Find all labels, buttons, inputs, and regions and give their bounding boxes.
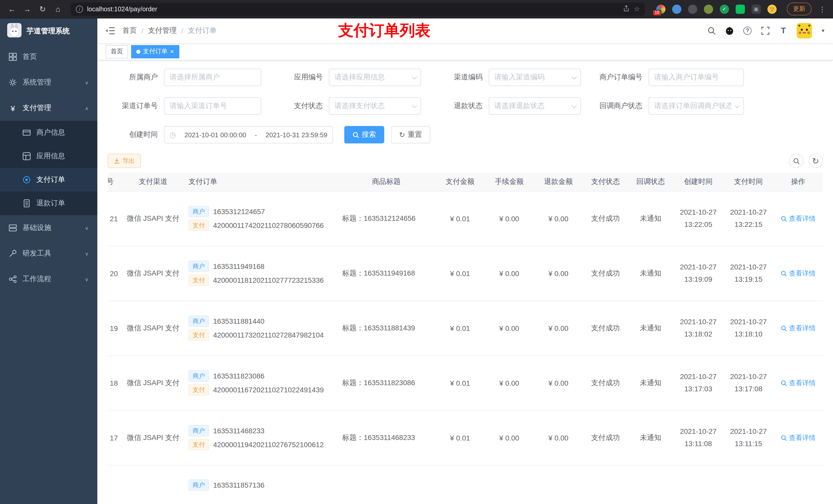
fee-amount: ¥ 0.00 [499, 324, 519, 332]
help-icon[interactable]: ? [743, 26, 752, 35]
gear-icon [9, 78, 17, 87]
github-icon[interactable] [725, 26, 734, 35]
pay-status-select[interactable]: 请选择支付状态 [329, 97, 421, 115]
site-info-icon[interactable]: i [76, 5, 83, 13]
extension-icon[interactable] [672, 4, 681, 14]
clock-icon: ◷ [170, 130, 176, 139]
sidebar-item-workflow[interactable]: 工作流程 ∨ [0, 266, 97, 292]
active-dot [136, 49, 140, 53]
extension-icon[interactable] [688, 4, 697, 14]
sidebar-item-system[interactable]: 系统管理 ∨ [0, 70, 97, 95]
table-row[interactable]: 20 微信 JSAPI 支付 商户 1635311949168 支付 42000… [108, 246, 823, 301]
col-amount: 支付金额 [435, 173, 485, 191]
sidebar-item-devtools[interactable]: 研发工具 ∨ [0, 241, 97, 266]
extension-icon[interactable] [704, 4, 713, 14]
tag-home[interactable]: 首页 [105, 45, 128, 58]
extensions-puzzle-icon[interactable]: ▣ [752, 4, 761, 14]
pay-status: 支付成功 [591, 269, 620, 277]
caret-down-icon[interactable]: ▼ [821, 28, 825, 33]
refund-status-select[interactable]: 请选择退款状态 [489, 97, 581, 115]
col-fee: 手续金额 [485, 173, 534, 191]
sidebar-item-home[interactable]: 首页 [0, 44, 97, 70]
create-date: 2021-10-27 [676, 316, 720, 328]
filter-row-2: 渠道订单号 请输入渠道订单号 支付状态 请选择支付状态 退款状态 [108, 97, 823, 115]
browser-menu-icon[interactable]: ⋮ [817, 5, 828, 13]
filter-app: 应用编号 请选择应用信息 [272, 69, 421, 86]
create-time: 13:18:02 [676, 328, 720, 340]
table-row[interactable]: 17 微信 JSAPI 支付 商户 1635311468233 支付 42000… [108, 410, 823, 465]
notify-status: 未通知 [640, 323, 661, 332]
create-time: 13:22:05 [676, 218, 720, 231]
sidebar-item-pay-order[interactable]: 支付订单 [0, 168, 97, 192]
search-icon[interactable] [707, 26, 716, 35]
chevron-down-icon: ∨ [85, 251, 89, 256]
extension-icon[interactable] [736, 4, 745, 14]
close-icon[interactable]: × [170, 48, 174, 55]
sidebar-fold-icon[interactable] [105, 26, 115, 36]
tag-pay-order[interactable]: 支付订单 × [131, 45, 179, 58]
breadcrumb-pay[interactable]: 支付管理 [148, 26, 177, 35]
filter-label: 渠道订单号 [108, 101, 164, 111]
forward-icon[interactable]: → [21, 5, 34, 13]
url-bar[interactable]: i localhost:1024/pay/order ☆ [71, 2, 645, 16]
logo-bar[interactable]: 芋道管理系统 [0, 19, 97, 44]
reload-icon[interactable]: ↻ [36, 4, 49, 14]
pay-date: 2021-10-27 [727, 316, 770, 328]
table-row[interactable]: 18 微信 JSAPI 支付 商户 1635311823086 支付 42000… [108, 356, 823, 410]
grid-icon [23, 152, 31, 160]
toggle-search-icon[interactable] [789, 154, 803, 168]
fullscreen-icon[interactable] [761, 26, 770, 35]
refund-amount: ¥ 0.00 [548, 269, 568, 278]
partial-tbody: 商户 1635311857136 [108, 465, 823, 504]
export-button[interactable]: 导出 [108, 154, 141, 168]
extension-icon[interactable]: 10 [656, 4, 665, 14]
font-size-icon[interactable]: T [779, 26, 788, 35]
sidebar-item-label: 基础设施 [23, 223, 51, 233]
reset-button[interactable]: ↻ 重置 [391, 126, 430, 143]
notify-status-select[interactable]: 请选择订单回调商户状态 [648, 97, 744, 115]
filter-label: 退款状态 [432, 101, 489, 111]
merchant-input[interactable]: 请选择所属商户 [164, 69, 261, 86]
app-select[interactable]: 请选择应用信息 [329, 69, 421, 86]
date-range-picker[interactable]: ◷ 2021-10-01 00:00:00 - 2021-10-31 23:59… [164, 126, 333, 143]
chevron-down-icon [735, 103, 740, 108]
breadcrumb-home[interactable]: 首页 [122, 26, 137, 35]
view-detail-link[interactable]: 查看详情 [781, 433, 815, 442]
create-time: 13:17:03 [676, 383, 720, 395]
view-detail-link[interactable]: 查看详情 [781, 269, 815, 278]
search-button[interactable]: 搜索 [344, 126, 384, 143]
user-avatar[interactable] [796, 23, 812, 39]
table-row[interactable]: 21 微信 JSAPI 支付 商户 1635312124657 支付 42000… [108, 191, 823, 246]
back-icon[interactable]: ← [5, 5, 19, 13]
profile-avatar-icon[interactable]: ツ [767, 4, 777, 14]
merchant-order-no-input[interactable]: 请输入商户订单编号 [648, 69, 744, 86]
channel-order-no-input[interactable]: 请输入渠道订单号 [164, 97, 261, 115]
pay-status: 支付成功 [591, 378, 620, 386]
sidebar-item-app-info[interactable]: 应用信息 [0, 144, 97, 168]
view-detail-label: 查看详情 [789, 433, 815, 442]
date-separator: - [255, 131, 257, 139]
sidebar-item-infra[interactable]: 基础设施 ∨ [0, 215, 97, 241]
view-detail-link[interactable]: 查看详情 [781, 323, 815, 333]
product-title: 标题：1635312124656 [342, 214, 415, 222]
app-body: 芋道管理系统 首页 系统管理 ∨ ¥ 支付管理 ∧ [0, 19, 833, 504]
extension-icon[interactable]: ✓ [720, 4, 729, 14]
sidebar-item-merchant-info[interactable]: 商户信息 [0, 121, 97, 144]
logo-avatar [7, 23, 22, 40]
bookmark-star-icon[interactable]: ☆ [634, 5, 640, 13]
refresh-table-icon[interactable]: ↻ [808, 154, 823, 168]
sidebar-item-label: 应用信息 [37, 152, 65, 161]
filter-label: 支付状态 [272, 101, 329, 111]
home-icon[interactable]: ⌂ [51, 5, 65, 13]
view-detail-link[interactable]: 查看详情 [781, 214, 815, 223]
url-text[interactable]: localhost:1024/pay/order [87, 5, 619, 13]
view-detail-link[interactable]: 查看详情 [781, 378, 815, 387]
share-icon[interactable] [623, 5, 630, 13]
channel-code-select[interactable]: 请输入渠道编码 [489, 69, 581, 86]
placeholder-text: 请选择所属商户 [170, 73, 256, 82]
sidebar-item-refund-order[interactable]: 退款订单 [0, 192, 97, 215]
table-row[interactable]: 19 微信 JSAPI 支付 商户 1635311881440 支付 42000… [108, 301, 823, 356]
browser-update-button[interactable]: 更新 [787, 3, 811, 15]
sidebar-item-pay[interactable]: ¥ 支付管理 ∧ [0, 95, 97, 121]
create-time: 13:11:08 [676, 438, 720, 450]
